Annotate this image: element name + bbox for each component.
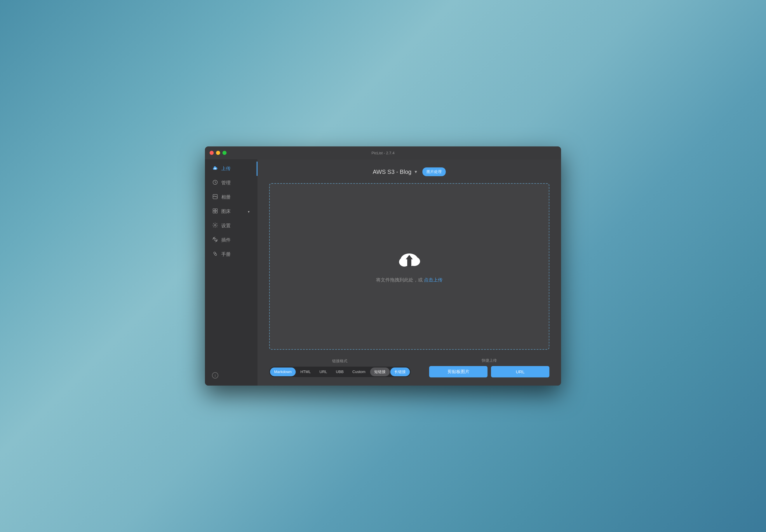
format-btn-markdown[interactable]: Markdown [270, 367, 296, 376]
link-format-label: 链接格式 [332, 358, 347, 364]
svg-point-6 [215, 225, 216, 226]
sidebar-item-album[interactable]: 相册 [205, 190, 258, 204]
sidebar-item-imagehost-label: 图床 [221, 209, 231, 215]
svg-rect-5 [216, 211, 218, 213]
imagehost-icon [212, 208, 218, 215]
bottom-controls: 链接格式 Markdown HTML URL UBB Custom 短链接 长链… [269, 358, 549, 377]
settings-icon [212, 222, 218, 230]
sidebar-item-manage[interactable]: 管理 [205, 176, 258, 190]
svg-point-7 [214, 239, 216, 241]
sidebar: 上传 管理 相册 [205, 159, 258, 386]
info-icon-text: i [215, 373, 216, 378]
minimize-button[interactable] [216, 151, 220, 155]
format-btn-short-link[interactable]: 短链接 [370, 367, 390, 376]
upload-icon [212, 165, 218, 172]
sidebar-item-manual[interactable]: 手册 [205, 247, 258, 262]
traffic-lights [210, 151, 227, 155]
clipboard-upload-button[interactable]: 剪贴板图片 [429, 366, 487, 377]
plugins-icon [212, 237, 218, 244]
upload-dropzone[interactable]: 将文件拖拽到此处，或 点击上传 [269, 183, 549, 350]
svg-rect-3 [216, 209, 218, 211]
quick-upload-section: 快捷上传 剪贴板图片 URL [429, 358, 549, 377]
app-window: PicList - 2.7.4 上传 [205, 146, 561, 386]
format-btn-html[interactable]: HTML [296, 367, 315, 376]
sidebar-item-manual-label: 手册 [221, 251, 231, 258]
sidebar-item-upload-label: 上传 [221, 166, 231, 172]
svg-rect-11 [407, 258, 411, 267]
quick-buttons-group: 剪贴板图片 URL [429, 366, 549, 377]
format-buttons-group: Markdown HTML URL UBB Custom 短链接 长链接 [269, 367, 411, 377]
quick-upload-label: 快捷上传 [482, 358, 497, 363]
bucket-chevron-icon: ▼ [414, 169, 418, 174]
upload-hint-static: 将文件拖拽到此处，或 [376, 277, 424, 282]
info-icon[interactable]: i [212, 372, 218, 379]
manage-icon [212, 179, 218, 187]
svg-rect-2 [213, 209, 215, 211]
format-btn-url[interactable]: URL [315, 367, 331, 376]
close-button[interactable] [210, 151, 214, 155]
link-format-section: 链接格式 Markdown HTML URL UBB Custom 短链接 长链… [269, 358, 411, 377]
img-process-button[interactable]: 图片处理 [422, 167, 446, 176]
upload-click-link[interactable]: 点击上传 [424, 277, 442, 282]
format-btn-ubb[interactable]: UBB [332, 367, 348, 376]
maximize-button[interactable] [223, 151, 227, 155]
chevron-down-icon: ▾ [248, 210, 250, 214]
upload-hint-text: 将文件拖拽到此处，或 点击上传 [376, 277, 442, 283]
sidebar-item-plugins-label: 插件 [221, 237, 231, 243]
titlebar: PicList - 2.7.4 [205, 146, 561, 159]
window-title: PicList - 2.7.4 [372, 151, 395, 155]
format-btn-custom[interactable]: Custom [348, 367, 370, 376]
url-upload-button[interactable]: URL [491, 366, 549, 377]
sidebar-item-album-label: 相册 [221, 194, 231, 200]
sidebar-bottom: i [205, 367, 258, 383]
sidebar-item-upload[interactable]: 上传 [205, 162, 258, 176]
main-layout: 上传 管理 相册 [205, 159, 561, 386]
format-btn-long-link[interactable]: 长链接 [390, 367, 410, 376]
manual-icon [212, 251, 218, 258]
sidebar-item-plugins[interactable]: 插件 [205, 233, 258, 247]
album-icon [212, 194, 218, 201]
content-header: AWS S3 - Blog ▼ 图片处理 [373, 167, 446, 176]
cloud-upload-icon [396, 250, 422, 270]
sidebar-item-settings[interactable]: 设置 [205, 219, 258, 233]
bucket-name: AWS S3 - Blog [373, 169, 412, 175]
svg-rect-4 [213, 211, 215, 213]
sidebar-item-imagehost[interactable]: 图床 ▾ [205, 204, 258, 219]
bucket-selector[interactable]: AWS S3 - Blog ▼ [373, 169, 418, 175]
content-area: AWS S3 - Blog ▼ 图片处理 [258, 159, 561, 386]
sidebar-item-manage-label: 管理 [221, 180, 231, 186]
sidebar-item-settings-label: 设置 [221, 223, 231, 229]
